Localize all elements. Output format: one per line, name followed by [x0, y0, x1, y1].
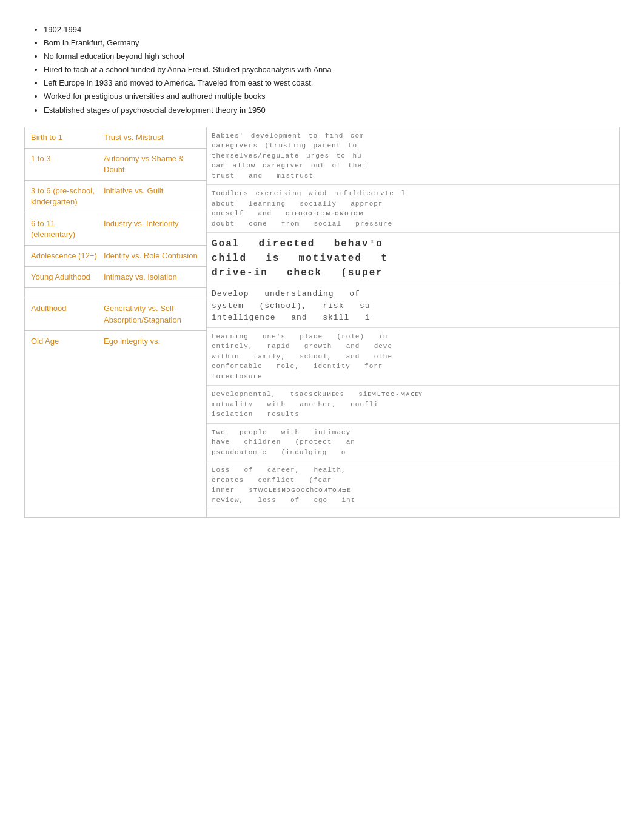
stage-description: Loss of career, health, creates conflict… [207, 461, 619, 509]
bullet-item: Hired to tach at a school funded by Anna… [44, 63, 620, 76]
stage-table: Birth to 1Trust vs. Mistrust1 to 3Autono… [25, 127, 207, 518]
stage-theory-container: Birth to 1Trust vs. Mistrust1 to 3Autono… [24, 127, 620, 518]
stage-description: Developmental, tsaesᴄkuᴎᴇes siᴇᴍʟᴛᴏᴏ-ᴍᴀᴄ… [207, 386, 619, 424]
stage-conflict: Initiative vs. Guilt [104, 186, 200, 196]
stage-description: Goal directed behavᴵo child is motivated… [207, 233, 619, 284]
bullet-item: Worked for prestigious universities and … [44, 90, 620, 103]
stage-row: 1 to 3Autonomy vs Shame & Doubt [25, 149, 206, 181]
stage-description: Develop understanding of system (school)… [207, 284, 619, 328]
stage-conflict: Industry vs. Inferiority [104, 218, 200, 229]
stage-row: Adolescence (12+)Identity vs. Role Confu… [25, 246, 206, 267]
stage-conflict: Generativity vs. Self-Absorption/Stagnat… [104, 303, 200, 325]
stage-descriptions: Babies' development to find com caregive… [207, 127, 619, 518]
stage-row: 3 to 6 (pre-school, kindergarten)Initiat… [25, 181, 206, 213]
bullet-item: No formal education beyond high school [44, 50, 620, 63]
stage-description: Toddlers exercising widd nıfıldiecıvte l… [207, 185, 619, 233]
stage-row: 6 to 11 (elementary)Industry vs. Inferio… [25, 213, 206, 246]
stage-age: Adulthood [31, 303, 98, 314]
stage-description: Babies' development to find com caregive… [207, 127, 619, 186]
stage-conflict: Trust vs. Mistrust [104, 132, 200, 143]
bio-list: 1902-1994Born in Frankfurt, GermanyNo fo… [24, 23, 620, 117]
stage-row: Birth to 1Trust vs. Mistrust [25, 127, 206, 149]
bullet-item: Born in Frankfurt, Germany [44, 36, 620, 50]
stage-row: Young AdulthoodIntimacy vs. Isolation [25, 267, 206, 288]
stage-age: Young Adulthood [31, 272, 98, 283]
stage-row: AdulthoodGenerativity vs. Self-Absorptio… [25, 298, 206, 330]
stage-description [207, 509, 619, 517]
bullet-item: 1902-1994 [44, 23, 620, 36]
stage-row: Old AgeEgo Integrity vs. [25, 331, 206, 352]
stage-conflict: Ego Integrity vs. [104, 336, 200, 347]
bullet-item: Left Europe in 1933 and moved to America… [44, 76, 620, 90]
stage-row [25, 288, 206, 298]
stage-conflict: Intimacy vs. Isolation [104, 272, 200, 283]
stage-description: Two people with intimacy have children (… [207, 424, 619, 462]
stage-description: Learning one's place (role) in entirely,… [207, 328, 619, 386]
stage-conflict: Autonomy vs Shame & Doubt [104, 153, 200, 175]
stage-age: Birth to 1 [31, 132, 98, 143]
stage-age: 3 to 6 (pre-school, kindergarten) [31, 186, 98, 207]
stage-age: Adolescence (12+) [31, 250, 98, 261]
stage-age: 1 to 3 [31, 153, 98, 164]
stage-age: 6 to 11 (elementary) [31, 218, 98, 240]
stage-conflict: Identity vs. Role Confusion [104, 250, 200, 261]
bullet-item: Established stages of psychosocial devel… [44, 104, 620, 117]
stage-age: Old Age [31, 336, 98, 347]
